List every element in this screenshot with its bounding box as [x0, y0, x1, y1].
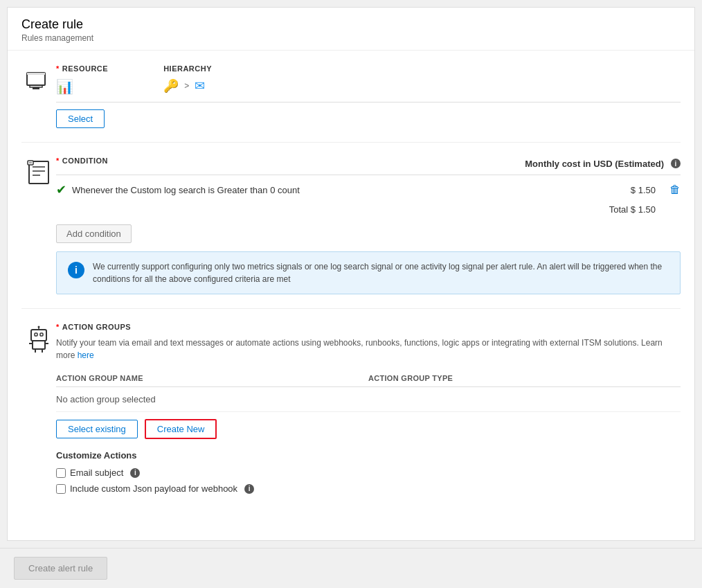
action-groups-description: Notify your team via email and text mess…: [56, 337, 681, 362]
resource-label: * RESOURCE: [56, 64, 108, 73]
condition-label: * CONDITION: [56, 157, 108, 165]
svg-rect-3: [27, 73, 45, 75]
json-payload-checkbox[interactable]: [56, 484, 66, 494]
create-new-button[interactable]: Create New: [145, 419, 217, 439]
green-check-icon: ✔: [56, 182, 66, 197]
total-cost: Total $ 1.50: [609, 204, 656, 215]
page-title: Create rule: [21, 17, 681, 32]
svg-rect-10: [31, 330, 46, 341]
learn-more-link[interactable]: here: [78, 350, 94, 360]
create-alert-rule-button[interactable]: Create alert rule: [14, 557, 107, 580]
email-subject-checkbox[interactable]: [56, 468, 66, 478]
add-condition-button: Add condition: [56, 224, 132, 243]
info-icon-monthly: i: [671, 159, 681, 168]
svg-rect-2: [33, 87, 39, 89]
customize-actions-title: Customize Actions: [56, 450, 681, 461]
json-payload-label: Include custom Json payload for webhook: [70, 483, 237, 494]
email-subject-info-icon: i: [130, 468, 140, 478]
svg-point-14: [38, 326, 40, 328]
email-subject-label: Email subject: [70, 467, 123, 478]
monthly-cost-label: Monthly cost in USD (Estimated): [525, 159, 664, 169]
condition-text: ✔ Whenever the Custom log search is Grea…: [56, 182, 586, 197]
svg-rect-1: [30, 85, 42, 87]
mail-icon: ✉: [195, 78, 205, 93]
condition-cost: $ 1.50: [586, 185, 669, 195]
info-box: i We currently support configuring only …: [56, 251, 681, 294]
ag-column-type: ACTION GROUP TYPE: [368, 374, 681, 382]
condition-section-icon: [21, 157, 56, 186]
action-groups-label: * ACTION GROUPS: [56, 323, 681, 331]
svg-rect-12: [40, 333, 43, 336]
key-icon: 🔑: [163, 78, 179, 93]
hierarchy-label: HIERARCHY: [163, 64, 681, 73]
json-payload-info-icon: i: [244, 484, 254, 494]
ag-empty-row: No action group selected: [56, 387, 681, 412]
svg-rect-15: [33, 341, 45, 349]
ag-column-name: ACTION GROUP NAME: [56, 374, 368, 382]
info-box-text: We currently support configuring only tw…: [93, 260, 669, 285]
hierarchy-arrow: >: [184, 81, 189, 91]
breadcrumb: Rules management: [21, 33, 681, 43]
select-resource-button[interactable]: Select: [56, 109, 105, 128]
delete-condition-icon[interactable]: 🗑: [669, 184, 681, 196]
chart-icon: 📊: [56, 78, 73, 95]
resource-section-icon: [21, 64, 56, 93]
select-existing-button[interactable]: Select existing: [56, 420, 138, 438]
svg-rect-11: [35, 333, 37, 336]
info-box-icon: i: [68, 262, 84, 278]
action-groups-section-icon: [21, 323, 56, 353]
